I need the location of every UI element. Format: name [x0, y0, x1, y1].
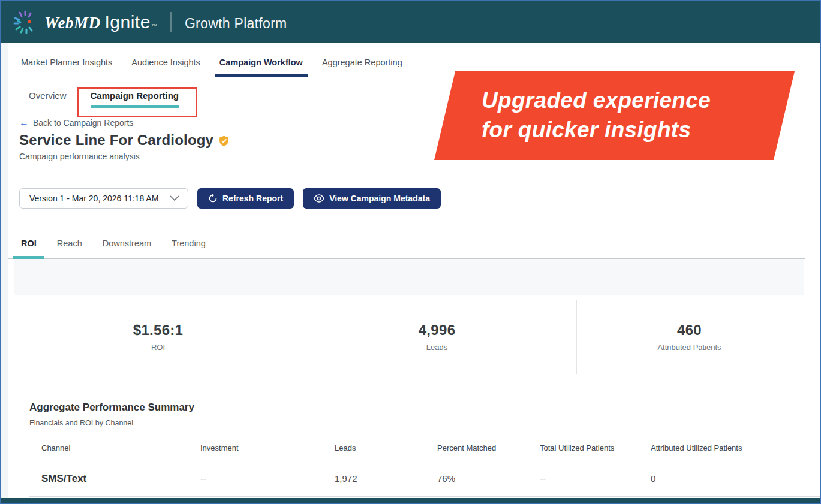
app-window: { "header": { "brand_webmd": "WebMD", "b… [0, 0, 821, 504]
table-row: SMS/Text -- 1,972 76% -- 0 [41, 473, 820, 485]
tab-trending[interactable]: Trending [164, 239, 213, 259]
view-campaign-metadata-label: View Campaign Metadata [329, 194, 430, 203]
promo-line-2: for quicker insights [482, 115, 795, 144]
brand-webmd: WebMD [44, 14, 101, 32]
summary-title: Aggregate Performance Summary [29, 402, 820, 414]
view-campaign-metadata-button[interactable]: View Campaign Metadata [303, 188, 441, 209]
col-header-percent-matched: Percent Matched [437, 443, 540, 452]
col-header-investment: Investment [200, 443, 335, 452]
metric-leads-label: Leads [426, 343, 447, 352]
nav-aggregate-reporting[interactable]: Aggregate Reporting [317, 58, 407, 77]
col-header-channel: Channel [41, 443, 200, 452]
verified-shield-icon [218, 135, 230, 147]
eye-icon [314, 194, 324, 203]
summary-subtitle: Financials and ROI by Channel [29, 419, 820, 427]
left-gutter [1, 43, 8, 498]
table-header-row: Channel Investment Leads Percent Matched… [41, 443, 820, 452]
webmd-ignite-burst-icon [13, 9, 37, 35]
promo-banner: Upgraded experience for quicker insights [434, 71, 795, 160]
report-tabs: ROI Reach Downstream Trending [1, 239, 805, 259]
cell-total-utilized: -- [540, 473, 651, 484]
chevron-down-icon [170, 195, 179, 201]
col-header-attributed-utilized-patients: Attributed Utilized Patients [651, 443, 820, 452]
subtab-overview[interactable]: Overview [29, 84, 67, 108]
subtab-campaign-reporting[interactable]: Campaign Reporting [91, 84, 179, 108]
cell-investment: -- [200, 473, 335, 484]
tab-downstream[interactable]: Downstream [95, 239, 159, 259]
nav-campaign-workflow[interactable]: Campaign Workflow [215, 58, 308, 77]
back-to-campaign-reports-link[interactable]: ← Back to Campaign Reports [19, 117, 133, 128]
cell-percent-matched: 76% [437, 473, 540, 484]
version-dropdown-value: Version 1 - Mar 20, 2026 11:18 AM [29, 194, 158, 203]
aggregate-performance-summary: Aggregate Performance Summary Financials… [1, 402, 820, 427]
col-header-total-utilized-patients: Total Utilized Patients [540, 443, 651, 452]
table-bottom-divider [29, 496, 820, 497]
page-title: Service Line For Cardiology [19, 132, 213, 149]
promo-banner-text: Upgraded experience for quicker insights [455, 71, 795, 144]
nav-market-planner-insights[interactable]: Market Planner Insights [16, 58, 117, 77]
nav-audience-insights[interactable]: Audience Insights [127, 58, 205, 77]
promo-line-1: Upgraded experience [482, 86, 795, 115]
performance-table: Channel Investment Leads Percent Matched… [1, 443, 820, 485]
metric-roi: $1.56:1 ROI [19, 300, 297, 374]
refresh-report-button[interactable]: Refresh Report [197, 188, 294, 209]
metric-leads: 4,996 Leads [297, 300, 577, 374]
metric-attributed-patients-label: Attributed Patients [657, 343, 721, 352]
top-brand-bar: WebMD Ignite ™ Growth Platform [1, 1, 820, 43]
cell-leads: 1,972 [335, 473, 437, 484]
tab-reach[interactable]: Reach [49, 239, 90, 259]
cell-channel: SMS/Text [41, 473, 200, 485]
back-link-label: Back to Campaign Reports [33, 118, 133, 128]
product-name: Growth Platform [185, 16, 287, 32]
brand-trademark: ™ [151, 23, 157, 29]
col-header-leads: Leads [335, 443, 437, 452]
brand-lockup: WebMD Ignite ™ Growth Platform [44, 12, 287, 32]
metric-attributed-patients-value: 460 [677, 322, 702, 339]
cell-attributed-utilized: 0 [651, 473, 820, 484]
kpi-metrics-row: $1.56:1 ROI 4,996 Leads 460 Attributed P… [19, 300, 802, 374]
brand-ignite: Ignite [105, 12, 151, 32]
filter-band [14, 259, 804, 295]
controls-row: Version 1 - Mar 20, 2026 11:18 AM Refres… [19, 188, 820, 209]
brand-divider [170, 12, 172, 32]
tab-roi[interactable]: ROI [13, 239, 44, 259]
version-dropdown[interactable]: Version 1 - Mar 20, 2026 11:18 AM [19, 188, 188, 209]
metric-leads-value: 4,996 [419, 322, 456, 339]
metric-roi-label: ROI [151, 343, 165, 352]
refresh-icon [208, 194, 218, 203]
bottom-teal-strip [1, 498, 820, 503]
metric-roi-value: $1.56:1 [133, 322, 184, 339]
refresh-report-label: Refresh Report [222, 194, 283, 203]
back-arrow-icon: ← [19, 117, 29, 128]
metric-attributed-patients: 460 Attributed Patients [577, 300, 802, 374]
